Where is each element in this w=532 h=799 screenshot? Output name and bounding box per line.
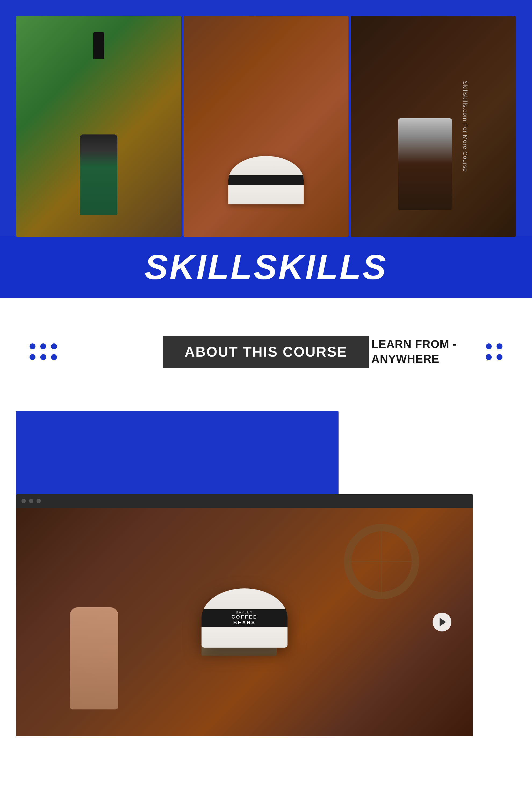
dot-r3 [486, 354, 492, 360]
coffee-label: BAYLEY COFFEE BEANS [223, 611, 266, 625]
statue-decoration [70, 607, 118, 709]
window-control-2 [29, 499, 33, 503]
learn-line-2: ANYWHERE [371, 352, 439, 365]
product-image-1 [16, 16, 182, 237]
dot-r2 [496, 343, 502, 349]
watermark-text: Skillskills.com For More Course [461, 81, 468, 172]
learn-from-anywhere-text: LEARN FROM - ANYWHERE [371, 337, 457, 366]
window-control-3 [37, 499, 41, 503]
coffee-brand-label: BAYLEY [223, 611, 266, 614]
product-display-area: BAYLEY COFFEE BEANS [16, 508, 473, 736]
about-course-badge: ABOUT THIS COURSE [163, 335, 369, 368]
brand-title: SKILLSKILLS [16, 247, 516, 287]
dot-r1 [486, 343, 492, 349]
bottom-section: BAYLEY COFFEE BEANS [0, 405, 532, 736]
play-icon [440, 618, 446, 627]
app-window: BAYLEY COFFEE BEANS [16, 494, 473, 736]
dot-1 [30, 343, 36, 349]
coffee-container: BAYLEY COFFEE BEANS [202, 588, 287, 648]
window-control-1 [21, 499, 26, 503]
dots-left-decoration [30, 343, 57, 360]
dot-6 [51, 354, 57, 360]
dot-4 [30, 354, 36, 360]
dot-r4 [496, 354, 502, 360]
blue-rectangle-top [16, 411, 339, 497]
product-images-grid: Skillskills.com For More Course [16, 16, 516, 237]
dot-2 [40, 343, 46, 349]
play-button[interactable] [433, 613, 451, 632]
app-window-content: BAYLEY COFFEE BEANS [16, 508, 473, 736]
app-window-bar [16, 494, 473, 508]
about-course-text: ABOUT THIS COURSE [185, 344, 347, 360]
product-image-2 [184, 16, 349, 237]
wheel-decoration [344, 524, 419, 599]
dot-3 [51, 343, 57, 349]
screenshot-container: BAYLEY COFFEE BEANS [16, 411, 339, 736]
learn-line-1: LEARN FROM - [371, 338, 457, 350]
middle-section: ABOUT THIS COURSE LEARN FROM - ANYWHERE [0, 298, 532, 405]
dot-5 [40, 354, 46, 360]
dots-right-decoration [486, 343, 502, 360]
coffee-product: BAYLEY COFFEE BEANS [202, 588, 287, 656]
top-section: Skillskills.com For More Course SKILLSKI… [0, 0, 532, 298]
coffee-name-label: COFFEE BEANS [231, 614, 258, 625]
brand-banner: SKILLSKILLS [0, 236, 532, 298]
product-image-3: Skillskills.com For More Course [350, 16, 516, 237]
